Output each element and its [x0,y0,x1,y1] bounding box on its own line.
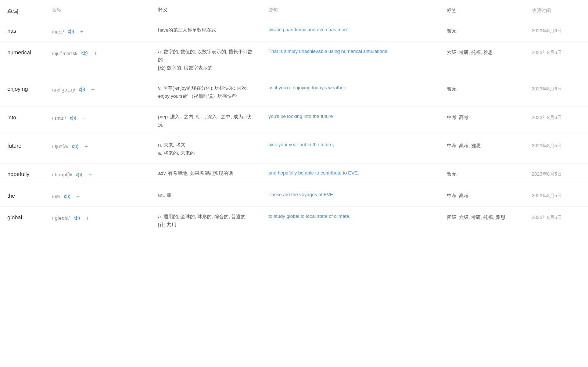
tags-cell: 四级, 六级, 考研, 托福, 雅思 [440,206,524,235]
tags-cell: 暂无 [440,20,524,42]
sentence-cell: you'll be looking into the future [261,107,439,135]
tags-cell: 中考, 高考 [440,185,524,206]
sentence-cell: to study global to local state of climat… [261,206,439,235]
word-cell: enjoying [0,78,44,107]
vocabulary-table: 单词 音标 释义 源句 标签 收藏时间 has/hæz/ +have的第三人称单… [0,0,588,235]
phonetic-cell: /njuːˈmerɪkl/ + [44,42,151,78]
date-cell: 2023年8月5日 [524,135,588,163]
phonetic-text: /ˈfjuːtʃə/ [52,144,68,149]
date-cell: 2023年8月6日 [524,107,588,135]
header-date: 收藏时间 [524,0,588,20]
table-header-row: 单词 音标 释义 源句 标签 收藏时间 [0,0,588,20]
sentence-link[interactable]: to study global to local state of climat… [268,213,350,219]
sentence-cell: and hopefully be able to contribute to E… [261,163,439,185]
word-cell: future [0,135,44,163]
tags-cell: 暂无 [440,78,524,107]
sentence-link[interactable]: That is simply unachievable using numeri… [268,48,388,54]
svg-marker-1 [82,51,84,55]
header-sentence: 源句 [261,0,439,20]
phonetic-cell: /ˈɡləʊbl/ + [44,206,151,235]
svg-marker-5 [76,173,79,177]
date-cell: 2023年8月6日 [524,42,588,78]
sentence-cell: That is simply unachievable using numeri… [261,42,439,78]
add-button[interactable]: + [80,114,88,122]
phonetic-text: /ðə/ [52,194,60,199]
definition-cell: prep. 进入...之内, 朝..., 深入...之中, 成为...状况 [151,107,261,135]
sentence-link[interactable]: as if you're enjoying today's weather. [268,85,346,90]
phonetic-cell: /ˈhəʊpfʃli/ + [44,163,151,185]
sentence-cell: These are the voyages of EVE. [261,185,439,206]
sound-icon[interactable] [72,143,79,150]
phonetic-text: /ˈɡləʊbl/ [52,215,69,221]
sentence-link[interactable]: These are the voyages of EVE. [268,192,334,197]
add-button[interactable]: + [89,86,97,94]
table-row: numerical/njuːˈmerɪkl/ +a. 数字的, 数值的, 以数字… [0,42,588,78]
word-cell: into [0,107,44,135]
definition-cell: n. 未来, 将来 a. 将来的, 未来的 [151,135,261,163]
phonetic-text: /ɪndˈʒɔɪɪŋ/ [52,87,75,93]
tags-cell: 暂无 [440,163,524,185]
definition-cell: adv. 有希望地, 如果希望能实现的话 [151,163,261,185]
svg-marker-3 [70,116,73,120]
sentence-cell: pirating pandemic and even has more [261,20,439,42]
phonetic-text: /ˈɪntuː/ [52,115,66,121]
add-button[interactable]: + [82,143,90,151]
add-button[interactable]: + [78,28,86,36]
sentence-cell: pick your year out in the future, [261,135,439,163]
table-row: global/ˈɡləʊbl/ +a. 通用的, 全球的, 球形的, 综合的, … [0,206,588,235]
date-cell: 2023年8月5日 [524,163,588,185]
phonetic-cell: /ˈfjuːtʃə/ + [44,135,151,163]
header-definition: 释义 [151,0,261,20]
svg-marker-0 [68,30,71,34]
tags-cell: 中考, 高考 [440,107,524,135]
add-button[interactable]: + [92,49,99,57]
add-button[interactable]: + [74,193,82,201]
tags-cell: 六级, 考研, 托福, 雅思 [440,42,524,78]
phonetic-cell: /ɪndˈʒɔɪɪŋ/ + [44,78,151,107]
svg-marker-7 [74,216,76,220]
table-row: into/ˈɪntuː/ +prep. 进入...之内, 朝..., 深入...… [0,107,588,135]
word-cell: hopefully [0,163,44,185]
header-phonetic: 音标 [44,0,151,20]
table-row: enjoying/ɪndˈʒɔɪɪŋ/ +v. 享有( enjoy的现在分词);… [0,78,588,107]
header-word: 单词 [0,0,44,20]
date-cell: 2023年8月5日 [524,206,588,235]
phonetic-text: /hæz/ [52,29,64,35]
word-cell: global [0,206,44,235]
sound-icon[interactable] [74,215,80,222]
sentence-link[interactable]: you'll be looking into the future [268,114,333,119]
phonetic-cell: /ˈɪntuː/ + [44,107,151,135]
phonetic-cell: /ðə/ + [44,185,151,206]
sentence-link[interactable]: pick your year out in the future, [268,142,334,147]
sentence-link[interactable]: and hopefully be able to contribute to E… [268,170,359,176]
svg-marker-6 [64,195,67,199]
phonetic-text: /ˈhəʊpfʃli/ [52,172,72,177]
definition-cell: art. 那 [151,185,261,206]
svg-marker-2 [79,88,82,92]
table-row: the/ðə/ +art. 那These are the voyages of … [0,185,588,206]
add-button[interactable]: + [86,171,94,179]
definition-cell: v. 享有( enjoy的现在分词); 玩得快乐; 喜欢; enjoy your… [151,78,261,107]
svg-marker-4 [72,145,75,149]
sound-icon[interactable] [68,28,74,35]
phonetic-cell: /hæz/ + [44,20,151,42]
definition-cell: a. 数字的, 数值的, 以数字表示的, 擅长于计数的 [经] 数字的, 用数字… [151,42,261,78]
table-row: future/ˈfjuːtʃə/ +n. 未来, 将来 a. 将来的, 未来的p… [0,135,588,163]
table-row: hopefully/ˈhəʊpfʃli/ +adv. 有希望地, 如果希望能实现… [0,163,588,185]
date-cell: 2023年8月5日 [524,185,588,206]
sentence-cell: as if you're enjoying today's weather. [261,78,439,107]
sound-icon[interactable] [81,50,88,57]
phonetic-text: /njuːˈmerɪkl/ [52,51,77,56]
sound-icon[interactable] [76,172,82,178]
sound-icon[interactable] [64,193,71,200]
add-button[interactable]: + [84,214,92,222]
vocabulary-table-container: 单词 音标 释义 源句 标签 收藏时间 has/hæz/ +have的第三人称单… [0,0,588,367]
table-row: has/hæz/ +have的第三人称单数现在式pirating pandemi… [0,20,588,42]
word-cell: has [0,20,44,42]
sentence-link[interactable]: pirating pandemic and even has more [268,27,348,32]
header-tags: 标签 [440,0,524,20]
word-cell: the [0,185,44,206]
sound-icon[interactable] [79,86,85,93]
sound-icon[interactable] [70,115,76,122]
definition-cell: a. 通用的, 全球的, 球形的, 综合的, 普遍的 [计] 共用 [151,206,261,235]
